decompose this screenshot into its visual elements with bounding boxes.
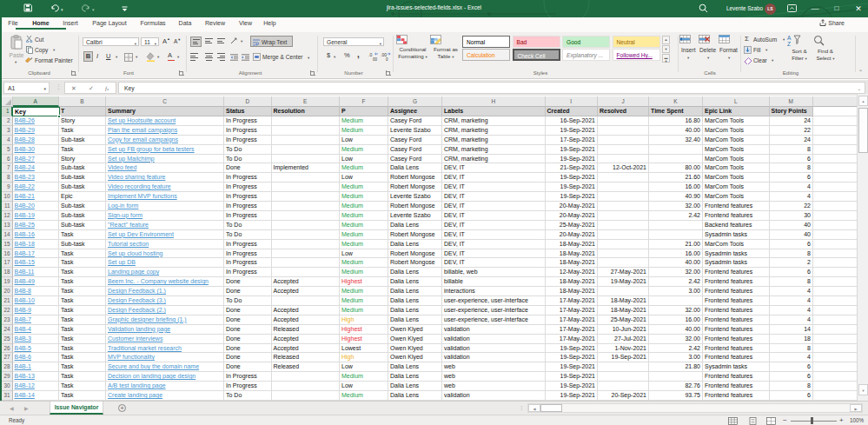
cell-C12[interactable]: Sign-up form (106, 211, 224, 221)
cell-D25[interactable]: Done (224, 335, 272, 344)
cell-C22[interactable]: Design Feedback (2.) (106, 306, 224, 315)
cell-N1[interactable] (813, 107, 857, 116)
cell-H31[interactable]: validation (442, 391, 546, 401)
cell-M7[interactable]: 8 (770, 163, 814, 173)
cell-C13[interactable]: "React" feature (106, 221, 224, 230)
cell-I28[interactable]: 19-Sep-2021 (546, 362, 599, 372)
clipboard-dialog-launcher-icon[interactable] (71, 70, 76, 76)
cell-E16[interactable] (272, 249, 341, 259)
cell-D20[interactable]: Done (224, 287, 272, 296)
row-header-17[interactable]: 17 (2, 258, 13, 268)
fill-dropdown-icon[interactable]: ▾ (765, 48, 767, 52)
cell-F25[interactable]: Highest (340, 335, 388, 344)
cell-L8[interactable]: MarCom Tools (703, 173, 770, 183)
cell-A25[interactable]: B4B-3 (13, 335, 60, 344)
cell-I6[interactable]: 19-Sep-2021 (546, 155, 599, 164)
alignment-dialog-launcher-icon[interactable] (310, 70, 315, 76)
cell-A15[interactable]: B4B-18 (13, 240, 60, 249)
cell-D17[interactable]: In Progress (224, 258, 272, 268)
row-header-5[interactable]: 5 (2, 145, 13, 155)
cell-E23[interactable]: Accepted (272, 315, 341, 325)
cell-style-calculation[interactable]: Calculation (462, 49, 510, 61)
cell-link[interactable]: B4B-18 (15, 241, 35, 247)
cell-B23[interactable]: Task (59, 315, 106, 325)
cell-F1[interactable]: P (340, 107, 388, 116)
autosum-icon[interactable]: Σ (745, 35, 749, 43)
cell-link[interactable]: MVP functionality (108, 354, 155, 360)
cell-L17[interactable]: Sysadmin tasks (703, 258, 770, 268)
cell-N17[interactable] (813, 258, 857, 268)
align-center-button[interactable] (205, 53, 213, 61)
cell-link[interactable]: B4B-30 (15, 146, 35, 152)
cell-J19[interactable]: 19-May-2021 (598, 277, 649, 287)
cell-B9[interactable]: Sub-task (59, 183, 106, 192)
cell-B10[interactable]: Epic (59, 192, 106, 202)
cell-F27[interactable]: High (340, 353, 388, 362)
cell-K8[interactable]: 21.60 (649, 173, 703, 183)
cell-H28[interactable]: web (442, 362, 546, 372)
cell-F23[interactable]: High (340, 315, 388, 325)
cell-A30[interactable]: B4B-12 (13, 382, 60, 391)
cell-L24[interactable]: Frontend features (703, 325, 770, 335)
cell-link[interactable]: Video recording feature (108, 183, 171, 189)
cell-C8[interactable]: Video sharing feature (106, 173, 224, 183)
cell-link[interactable]: B4B-17 (15, 250, 35, 256)
cell-C3[interactable]: Plan the email campaigns (106, 126, 224, 136)
cell-I15[interactable]: 18-May-2021 (546, 240, 599, 249)
middle-align-button[interactable] (205, 38, 213, 43)
cell-I27[interactable]: 19-Sep-2021 (546, 353, 599, 362)
gallery-scroll-up-icon[interactable]: ▲ (662, 36, 670, 44)
cell-C24[interactable]: Validation landing page (106, 325, 224, 335)
autosum-dropdown-icon[interactable]: ▾ (783, 37, 785, 42)
cell-D7[interactable]: Done (224, 163, 272, 173)
cell-G13[interactable]: Dalia Lens (388, 221, 442, 230)
orientation-dropdown-icon[interactable]: ▾ (241, 39, 242, 43)
cell-link[interactable]: B4B-14 (15, 392, 35, 398)
cell-link[interactable]: Landing page copy (108, 269, 159, 275)
cell-link[interactable]: B4B-10 (15, 297, 35, 303)
cell-K5[interactable] (649, 145, 703, 155)
cell-link[interactable]: Design Feedback (1.) (108, 288, 166, 294)
comma-style-button[interactable]: , (357, 50, 360, 59)
font-color-dropdown-icon[interactable]: ▾ (177, 55, 179, 59)
insert-cells-button[interactable]: Insert ▾ (679, 35, 699, 43)
cell-E20[interactable]: Accepted (272, 287, 341, 296)
cell-D1[interactable]: Status (224, 107, 272, 116)
cell-C15[interactable]: Tutorial section (106, 240, 224, 249)
cell-J15[interactable] (598, 240, 649, 249)
cell-M23[interactable]: 4 (770, 315, 814, 325)
cell-link[interactable]: B4B-9 (15, 307, 31, 313)
cell-H2[interactable]: CRM, marketing (442, 116, 546, 126)
row-header-9[interactable]: 9 (2, 183, 13, 192)
cell-link[interactable]: B4B-12 (15, 382, 35, 388)
cell-H4[interactable]: CRM, marketing (442, 136, 546, 145)
sheet-tab-issue-navigator[interactable]: Issue Navigator (50, 402, 103, 415)
cell-C11[interactable]: Log-in form (106, 202, 224, 211)
cell-C16[interactable]: Set up cloud hosting (106, 249, 224, 259)
font-dialog-launcher-icon[interactable] (179, 70, 184, 76)
cancel-formula-icon[interactable]: ✕ (71, 85, 76, 92)
row-header-30[interactable]: 30 (2, 382, 13, 391)
cell-B5[interactable]: Task (59, 145, 106, 155)
cell-style-neutral[interactable]: Neutral (613, 36, 660, 48)
cell-M29[interactable]: 6 (770, 372, 814, 382)
cell-G9[interactable]: Robert Mongose (388, 183, 442, 192)
cell-I7[interactable]: 21-Sep-2021 (546, 163, 599, 173)
cell-F10[interactable]: Medium (340, 192, 388, 202)
cell-M14[interactable]: 40 (770, 230, 814, 240)
cut-icon[interactable] (26, 36, 33, 43)
cell-link[interactable]: Secure and buy the domain name (108, 363, 199, 369)
cell-M26[interactable]: 8 (770, 344, 814, 354)
percent-style-button[interactable]: % (344, 51, 350, 59)
cell-I1[interactable]: Created (546, 107, 599, 116)
cell-I22[interactable]: 17-May-2021 (546, 306, 599, 315)
cell-N15[interactable] (813, 240, 857, 249)
cell-H5[interactable]: CRM, marketing (442, 145, 546, 155)
cell-G7[interactable]: Dalia Lens (388, 163, 442, 173)
row-header-4[interactable]: 4 (2, 136, 13, 145)
cell-J13[interactable] (598, 221, 649, 230)
cell-link[interactable]: Copy for email campaigns (108, 136, 178, 143)
cell-E6[interactable] (272, 155, 341, 164)
cell-G17[interactable]: Robert Mongose (388, 258, 442, 268)
cell-E29[interactable] (272, 372, 341, 382)
